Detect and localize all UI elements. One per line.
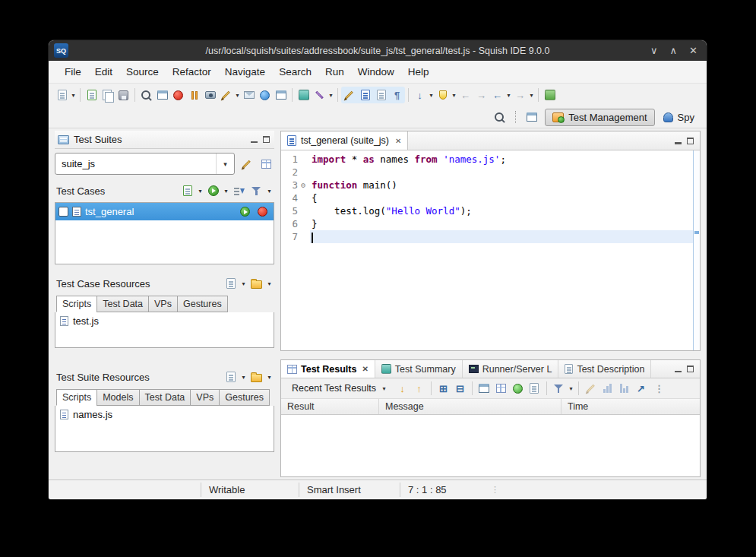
forward-icon[interactable]: →	[473, 87, 489, 103]
new-icon[interactable]	[54, 87, 70, 103]
open-folder-chevron-icon[interactable]: ▾	[266, 374, 273, 381]
column-time[interactable]: Time	[561, 399, 700, 414]
recent-results-dropdown[interactable]: Recent Test Results ▾	[286, 381, 394, 396]
collapse-all-icon[interactable]: ⊟	[452, 380, 468, 397]
upload-results-icon[interactable]	[510, 380, 526, 397]
pick-object-icon[interactable]	[138, 87, 154, 103]
window-restore-icon[interactable]: ∨	[650, 45, 658, 56]
last-edit-location-icon[interactable]	[435, 87, 451, 103]
edit-mode-icon[interactable]	[341, 87, 357, 103]
forward-history-chevron-icon[interactable]: ▾	[528, 92, 535, 99]
test-case-checkbox[interactable]	[59, 207, 68, 217]
tab-test-summary[interactable]: Test Summary	[375, 360, 463, 378]
forward-history-icon[interactable]: →	[512, 87, 528, 103]
next-annotation-icon[interactable]: ↓	[412, 87, 428, 103]
new-menu-chevron-icon[interactable]: ▾	[70, 92, 77, 99]
new-resource-chevron-icon[interactable]: ▾	[240, 374, 247, 381]
tab-suite-gestures[interactable]: Gestures	[219, 389, 270, 406]
bar-chart-icon[interactable]	[599, 380, 615, 397]
new-window-icon[interactable]	[273, 87, 289, 103]
new-test-case-icon[interactable]	[84, 87, 100, 103]
overflow-menu-icon[interactable]: ⋮	[651, 380, 667, 397]
filter-results-chevron-icon[interactable]: ▾	[568, 385, 574, 392]
column-result[interactable]: Result	[281, 399, 379, 414]
mail-icon[interactable]	[241, 87, 257, 103]
tab-case-vps[interactable]: VPs	[148, 296, 178, 312]
verification-point-chevron-icon[interactable]: ▾	[234, 92, 241, 99]
tab-suite-vps[interactable]: VPs	[190, 389, 220, 406]
minimize-view-icon[interactable]	[672, 135, 683, 146]
snapshot-browser-icon[interactable]	[154, 87, 170, 103]
run-test-suite-chevron-icon[interactable]: ▾	[223, 188, 229, 195]
pause-icon[interactable]	[186, 87, 202, 103]
tab-case-scripts[interactable]: Scripts	[56, 296, 97, 312]
new-resource-icon[interactable]	[223, 275, 239, 292]
line-number-gutter[interactable]: 1 2 3⊖ 4 5 6 7	[281, 150, 310, 350]
view-menu-chevron-icon[interactable]: ▾	[266, 188, 273, 195]
close-tab-icon[interactable]: ✕	[362, 365, 368, 373]
editor-tab[interactable]: tst_general (suite_js) ✕	[281, 131, 408, 150]
back-history-chevron-icon[interactable]: ▾	[505, 92, 512, 99]
column-message[interactable]: Message	[379, 399, 561, 414]
compare-results-icon[interactable]	[493, 380, 509, 397]
copy-icon[interactable]	[100, 87, 115, 103]
last-edit-chevron-icon[interactable]: ▾	[451, 92, 457, 99]
menu-edit[interactable]: Edit	[88, 63, 119, 81]
open-folder-chevron-icon[interactable]: ▾	[266, 280, 273, 287]
minimize-view-icon[interactable]	[672, 364, 683, 375]
tab-test-results[interactable]: Test Results ✕	[281, 360, 375, 378]
tab-suite-scripts[interactable]: Scripts	[56, 389, 97, 406]
maximize-view-icon[interactable]	[685, 364, 695, 375]
back-icon[interactable]: ←	[457, 87, 473, 103]
open-folder-icon[interactable]	[248, 369, 264, 385]
status-overflow-icon[interactable]: ⋮	[488, 480, 502, 499]
file-item[interactable]: test.js	[60, 315, 269, 327]
overview-ruler[interactable]	[693, 150, 700, 350]
object-map-icon[interactable]	[258, 156, 274, 172]
results-table-body[interactable]	[281, 415, 700, 476]
tab-suite-models[interactable]: Models	[96, 389, 139, 406]
test-center-icon[interactable]	[296, 87, 312, 103]
edit-entry-icon[interactable]	[583, 380, 599, 397]
open-external-icon[interactable]: ↗	[633, 380, 649, 397]
menu-file[interactable]: File	[58, 63, 88, 81]
menu-navigate[interactable]: Navigate	[218, 63, 272, 81]
new-test-case-icon[interactable]	[179, 182, 195, 199]
export-results-icon[interactable]	[527, 380, 542, 397]
tab-suite-test-data[interactable]: Test Data	[139, 389, 191, 406]
web-browser-icon[interactable]	[257, 87, 273, 103]
filter-icon[interactable]	[248, 182, 264, 199]
record-icon[interactable]	[170, 87, 186, 103]
filter-results-icon[interactable]	[551, 380, 567, 397]
close-tab-icon[interactable]: ✕	[395, 137, 401, 145]
fold-collapse-icon[interactable]: ⊖	[298, 179, 308, 191]
new-resource-chevron-icon[interactable]: ▾	[240, 280, 247, 287]
tab-case-gestures[interactable]: Gestures	[177, 296, 228, 312]
script-file-icon[interactable]	[357, 87, 373, 103]
next-annotation-chevron-icon[interactable]: ▾	[428, 92, 435, 99]
menu-search[interactable]: Search	[272, 63, 318, 81]
screenshot-icon[interactable]	[202, 87, 218, 103]
suite-selector[interactable]: suite_js ▾	[55, 153, 235, 175]
jump-to-previous-icon[interactable]: ↑	[411, 380, 427, 397]
wizard-chevron-icon[interactable]: ▾	[327, 92, 334, 99]
show-whitespace-icon[interactable]: ¶	[389, 87, 405, 103]
window-maximize-icon[interactable]: ∧	[670, 45, 678, 56]
record-test-case-icon[interactable]	[255, 204, 270, 220]
line-chart-icon[interactable]	[616, 380, 632, 397]
verification-point-icon[interactable]	[218, 87, 234, 103]
text-editor-icon[interactable]	[373, 87, 389, 103]
test-case-row[interactable]: tst_general	[55, 203, 274, 220]
menu-refactor[interactable]: Refactor	[166, 63, 218, 81]
back-history-icon[interactable]: ←	[489, 87, 505, 103]
new-test-case-chevron-icon[interactable]: ▾	[197, 188, 204, 195]
suite-settings-icon[interactable]	[239, 156, 255, 172]
menu-window[interactable]: Window	[351, 63, 401, 81]
run-test-suite-icon[interactable]	[205, 182, 221, 199]
wizard-icon[interactable]	[312, 87, 327, 103]
pin-editor-icon[interactable]	[542, 87, 558, 103]
save-icon[interactable]	[115, 87, 131, 103]
sort-icon[interactable]	[231, 182, 247, 199]
titlebar[interactable]: SQ /usr/local/squish/suites/addressbook/…	[49, 40, 707, 61]
run-test-case-icon[interactable]	[237, 204, 253, 220]
